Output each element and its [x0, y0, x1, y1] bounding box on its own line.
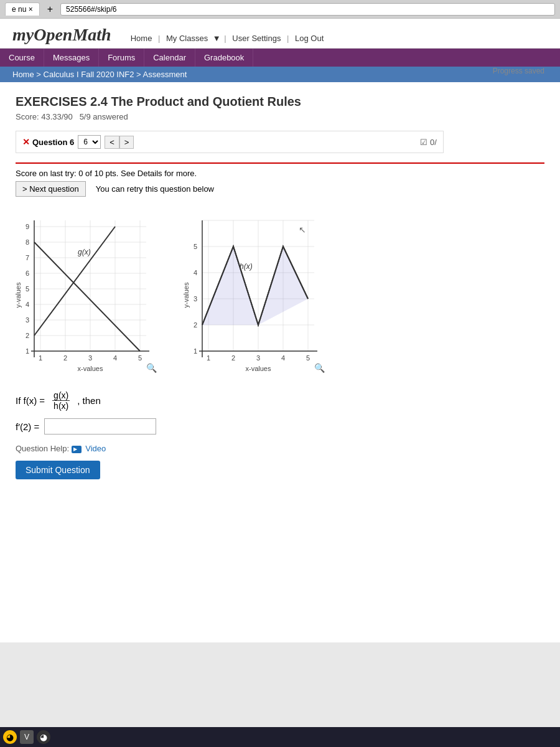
breadcrumb-current: Assessment [143, 70, 187, 79]
answer-input[interactable] [44, 418, 156, 435]
taskbar: ◕ V ◕ [0, 727, 560, 747]
svg-text:1: 1 [207, 354, 210, 362]
new-tab-button[interactable]: + [45, 4, 55, 15]
question-help: Question Help: Video [16, 444, 544, 453]
fraction-denominator: h(x) [52, 401, 70, 411]
svg-text:5: 5 [194, 243, 197, 250]
address-bar[interactable]: 525566#/skip/6 [60, 3, 555, 16]
top-nav: Course Messages Forums Calendar Gradeboo… [0, 49, 560, 67]
svg-text:x-values: x-values [78, 365, 103, 372]
breadcrumb: Home > Calculus I Fall 2020 INF2 > Asses… [0, 67, 560, 82]
taskbar-icon-2[interactable]: V [20, 730, 34, 744]
svg-text:1: 1 [39, 354, 42, 362]
graphs-container: 1 2 3 4 5 6 7 8 9 1 2 3 4 5 [16, 214, 544, 378]
home-nav-link[interactable]: Home [131, 34, 152, 43]
graph-hx-svg: 1 2 3 4 5 1 2 3 4 5 [184, 214, 333, 376]
site-title: myOpenMath [12, 25, 116, 44]
graph-gx-svg: 1 2 3 4 5 6 7 8 9 1 2 3 4 5 [16, 214, 165, 376]
breadcrumb-course[interactable]: Calculus I Fall 2020 INF2 [44, 70, 134, 79]
svg-text:x-values: x-values [246, 365, 271, 372]
messages-nav-item[interactable]: Messages [44, 49, 99, 67]
formula-prefix: If f(x) = [16, 395, 45, 406]
svg-text:↖: ↖ [299, 225, 306, 235]
score-line: Score: 43.33/90 5/9 answered [16, 112, 544, 121]
magnifier-left: 🔍 [146, 363, 157, 374]
svg-text:1: 1 [26, 347, 29, 355]
next-question-button[interactable]: > Next question [16, 181, 86, 197]
svg-text:3: 3 [26, 316, 29, 324]
logout-nav-link[interactable]: Log Out [295, 34, 324, 43]
video-link[interactable]: Video [85, 444, 106, 453]
svg-text:y-values: y-values [182, 282, 190, 308]
svg-text:3: 3 [256, 354, 260, 362]
retry-text: You can retry this question below [96, 184, 214, 194]
taskbar-icon-3[interactable]: ◕ [37, 730, 50, 744]
browser-tab[interactable]: e nu × [5, 2, 40, 16]
chrome-taskbar-icon[interactable]: ◕ [3, 730, 17, 744]
score-attempt-text: Score on last try: 0 of 10 pts. See Deta… [16, 169, 544, 178]
gx-label: g(x) [78, 248, 91, 256]
exercise-title: EXERCISES 2.4 The Product and Quotient R… [16, 95, 544, 109]
svg-text:5: 5 [306, 354, 310, 362]
svg-text:3: 3 [88, 354, 92, 362]
header-nav: Home | My Classes ▼ | User Settings | Lo… [128, 34, 327, 43]
svg-text:y-values: y-values [14, 282, 22, 308]
svg-text:3: 3 [194, 295, 197, 303]
derivative-label: f′(2) = [16, 421, 39, 432]
submit-question-button[interactable]: Submit Question [16, 461, 100, 479]
score-badge: ☑ 0/ [420, 138, 436, 147]
score-block: Score on last try: 0 of 10 pts. See Deta… [16, 162, 544, 202]
progress-saved: Progress saved [493, 67, 544, 75]
formula-line: If f(x) = g(x) h(x) , then [16, 390, 544, 411]
question-x-mark: ✕ [22, 137, 30, 147]
fraction-numerator: g(x) [52, 390, 70, 401]
question-nav-bar: ✕ Question 6 6 < > ☑ 0/ [16, 131, 444, 153]
user-settings-nav-link[interactable]: User Settings [232, 34, 281, 43]
svg-text:5: 5 [138, 354, 142, 362]
svg-text:9: 9 [26, 223, 29, 230]
svg-text:2: 2 [231, 354, 235, 362]
formula-section: If f(x) = g(x) h(x) , then f′(2) = [16, 390, 544, 435]
magnifier-right: 🔍 [314, 363, 325, 374]
svg-text:4: 4 [281, 354, 285, 362]
next-question-button[interactable]: > [119, 136, 134, 149]
svg-text:2: 2 [63, 354, 67, 362]
formula-fraction: g(x) h(x) [52, 390, 70, 411]
question-help-label: Question Help: [16, 444, 69, 453]
course-nav-item[interactable]: Course [0, 49, 44, 67]
question-select[interactable]: 6 [78, 135, 101, 149]
formula-suffix: , then [77, 395, 101, 406]
svg-text:7: 7 [26, 254, 29, 261]
svg-text:2: 2 [194, 321, 197, 329]
svg-text:4: 4 [26, 301, 29, 308]
question-label: Question 6 [32, 138, 74, 147]
svg-text:2: 2 [26, 332, 29, 339]
hx-label: h(x) [240, 262, 253, 271]
gradebook-nav-item[interactable]: Gradebook [195, 49, 253, 67]
calendar-nav-item[interactable]: Calendar [144, 49, 195, 67]
graph-gx: 1 2 3 4 5 6 7 8 9 1 2 3 4 5 [16, 214, 165, 378]
svg-text:1: 1 [194, 347, 197, 355]
site-header: myOpenMath Home | My Classes ▼ | User Se… [0, 19, 560, 49]
svg-text:4: 4 [113, 354, 117, 362]
derivative-line: f′(2) = [16, 418, 544, 435]
video-icon [72, 446, 82, 453]
breadcrumb-home[interactable]: Home [12, 70, 34, 79]
answered-count: 5/9 answered [80, 112, 128, 121]
svg-text:5: 5 [26, 285, 29, 293]
forums-nav-item[interactable]: Forums [99, 49, 144, 67]
browser-bar: e nu × + 525566#/skip/6 [0, 0, 560, 19]
prev-question-button[interactable]: < [105, 136, 119, 149]
svg-text:6: 6 [26, 270, 29, 277]
svg-text:8: 8 [26, 238, 29, 246]
svg-text:4: 4 [194, 269, 197, 276]
svg-marker-55 [202, 247, 258, 325]
main-content: Progress saved EXERCISES 2.4 The Product… [0, 82, 560, 642]
score-value: Score: 43.33/90 [16, 112, 73, 121]
my-classes-nav-link[interactable]: My Classes [166, 34, 208, 43]
graph-hx: 1 2 3 4 5 1 2 3 4 5 [184, 214, 333, 378]
